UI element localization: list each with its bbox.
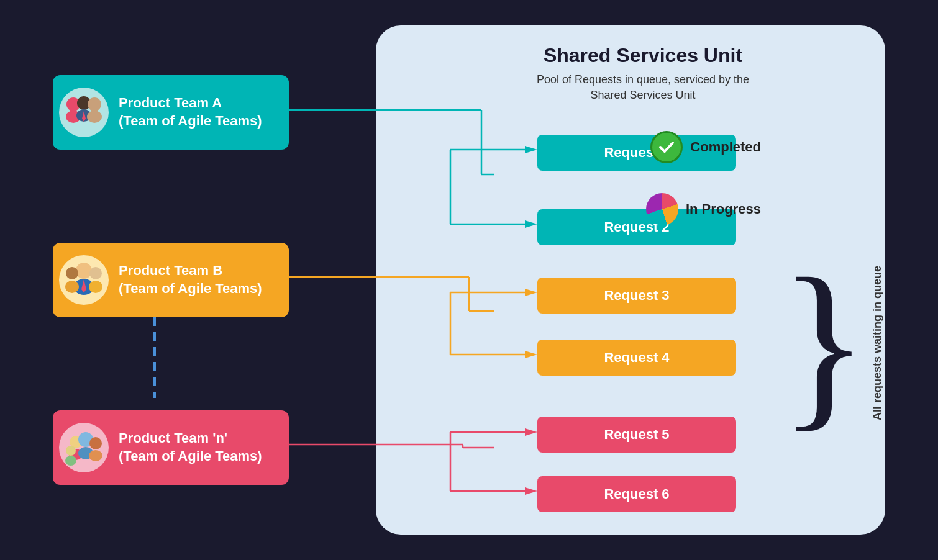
curly-brace: } [779,261,868,425]
dash-line [153,317,156,398]
team-b-container: Product Team B (Team of Agile Teams) [53,243,289,317]
waiting-group: } All requests waiting in queue [779,261,884,425]
in-progress-icon [646,193,678,225]
waiting-text: All requests waiting in queue [871,266,884,420]
main-container: Shared Services Unit Pool of Requests in… [34,13,904,547]
completed-label: Completed [690,139,761,155]
team-n-box: Product Team 'n' (Team of Agile Teams) [53,410,289,485]
team-a-container: Product Team A (Team of Agile Teams) [53,75,289,150]
team-a-label: Product Team A (Team of Agile Teams) [119,94,262,130]
team-n-container: Product Team 'n' (Team of Agile Teams) [53,410,289,485]
team-n-avatar [59,423,109,472]
ssu-subtitle: Pool of Requests in queue, serviced by t… [537,72,749,103]
in-progress-label: In Progress [686,201,761,217]
svg-point-26 [65,281,79,293]
svg-marker-3 [525,146,537,153]
request-3-box: Request 3 [537,278,736,314]
svg-point-27 [89,267,102,279]
svg-marker-8 [525,289,537,296]
team-b-box: Product Team B (Team of Agile Teams) [53,243,289,317]
svg-point-22 [76,263,92,279]
request-6-box: Request 6 [537,476,736,512]
ssu-title: Shared Services Unit [544,44,742,67]
legend-completed: Completed [650,131,761,163]
team-a-box: Product Team A (Team of Agile Teams) [53,75,289,150]
team-b-avatar [59,255,109,305]
svg-point-20 [87,111,102,123]
svg-marker-4 [525,220,537,228]
svg-marker-14 [525,487,537,495]
ssu-panel: Shared Services Unit Pool of Requests in… [376,25,885,535]
legend-in-progress: In Progress [646,193,761,225]
svg-point-19 [88,97,101,111]
svg-marker-13 [525,428,537,436]
svg-point-33 [89,437,102,449]
team-b-label: Product Team B (Team of Agile Teams) [119,262,262,297]
request-5-box: Request 5 [537,417,736,453]
team-n-label: Product Team 'n' (Team of Agile Teams) [119,430,262,465]
svg-point-34 [89,450,102,461]
team-a-avatar [59,88,109,137]
completed-icon [650,131,683,163]
svg-point-36 [65,456,76,466]
svg-point-25 [66,267,78,279]
svg-marker-9 [525,351,537,358]
request-4-box: Request 4 [537,340,736,376]
svg-point-28 [89,281,102,293]
svg-point-35 [66,446,76,456]
